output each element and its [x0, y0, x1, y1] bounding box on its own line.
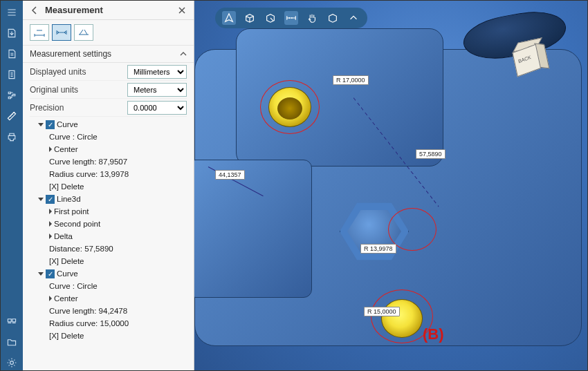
- mode-distance[interactable]: [74, 24, 93, 41]
- expand-icon[interactable]: [49, 146, 52, 152]
- measurement-tree: ✓Curve Curve : Circle Center Curve lengt…: [23, 117, 194, 370]
- settings-body: Displayed units Millimeters Original uni…: [23, 63, 194, 117]
- tree-item[interactable]: First point: [54, 207, 89, 216]
- measurement-label[interactable]: R 17,0000: [333, 75, 369, 85]
- measurement-label[interactable]: R 15,0000: [364, 307, 400, 316]
- bore-inner: [277, 97, 302, 120]
- tree-item: Radius curve: 13,9978: [49, 170, 129, 178]
- tree-item[interactable]: Curve : Circle: [49, 282, 98, 290]
- delete-action[interactable]: [X] Delete: [49, 257, 84, 265]
- bore-hole: [381, 299, 423, 338]
- tree-item: Distance: 57,5890: [49, 245, 113, 253]
- tree-item[interactable]: Line3d: [57, 195, 81, 203]
- original-units-label: Original units: [30, 85, 127, 95]
- close-icon[interactable]: [177, 6, 187, 15]
- displayed-units-label: Displayed units: [30, 67, 127, 77]
- tree-icon[interactable]: [4, 88, 19, 103]
- document-icon[interactable]: [4, 46, 19, 61]
- original-units-select[interactable]: Meters: [127, 83, 187, 97]
- tool-cube[interactable]: [326, 11, 340, 25]
- tree-item: Radius curve: 15,0000: [49, 319, 129, 327]
- tree-item[interactable]: Center: [54, 145, 78, 153]
- tree-item[interactable]: Curve : Circle: [49, 133, 98, 141]
- expand-icon[interactable]: [49, 221, 52, 227]
- checkbox[interactable]: ✓: [46, 269, 55, 278]
- measurement-panel: Measurement Measurement settings Display…: [23, 1, 194, 370]
- precision-select[interactable]: 0.0000: [127, 101, 187, 115]
- measurement-label[interactable]: R 13,9978: [360, 244, 396, 254]
- tool-hand[interactable]: [305, 11, 319, 25]
- measurement-label[interactable]: 57,5890: [416, 149, 445, 159]
- tree-item: Curve length: 94,2478: [49, 307, 127, 315]
- delete-action[interactable]: [X] Delete: [49, 182, 84, 191]
- measurement-label[interactable]: 44,1357: [215, 170, 245, 180]
- tool-navigate[interactable]: [222, 11, 236, 25]
- back-icon[interactable]: [30, 6, 39, 15]
- expand-icon[interactable]: [49, 234, 52, 239]
- tree-item: Curve length: 87,9507: [49, 158, 127, 166]
- settings-icon[interactable]: [4, 355, 19, 370]
- left-rail: [1, 1, 23, 370]
- precision-label: Precision: [30, 103, 127, 113]
- expand-icon[interactable]: [38, 123, 44, 126]
- views-icon[interactable]: [4, 314, 19, 329]
- expand-icon[interactable]: [38, 198, 44, 201]
- print-icon[interactable]: [4, 129, 19, 144]
- checkbox[interactable]: ✓: [46, 120, 55, 129]
- delete-action[interactable]: [X] Delete: [49, 332, 84, 340]
- panel-title: Measurement: [45, 5, 172, 15]
- page-icon[interactable]: [4, 67, 19, 82]
- tree-item[interactable]: Curve: [57, 120, 78, 129]
- tool-chevron-up[interactable]: [347, 11, 360, 25]
- displayed-units-select[interactable]: Millimeters: [127, 65, 187, 79]
- expand-icon[interactable]: [38, 272, 44, 276]
- tree-item[interactable]: Second point: [54, 220, 100, 228]
- expand-icon[interactable]: [49, 209, 52, 214]
- tool-box[interactable]: [243, 11, 257, 25]
- folder-icon[interactable]: [4, 334, 19, 350]
- settings-header[interactable]: Measurement settings: [23, 46, 194, 63]
- import-icon[interactable]: [4, 26, 19, 41]
- settings-label: Measurement settings: [30, 49, 180, 59]
- chevron-up-icon: [180, 50, 187, 57]
- panel-header: Measurement: [23, 1, 194, 20]
- measure-icon[interactable]: [4, 108, 19, 124]
- checkbox[interactable]: ✓: [46, 195, 55, 204]
- tool-ruler[interactable]: [284, 11, 298, 25]
- mode-dimension[interactable]: [52, 24, 71, 41]
- tree-item[interactable]: Center: [54, 294, 78, 303]
- viewport-toolbar: [215, 8, 367, 28]
- tool-box-sel[interactable]: [264, 11, 277, 25]
- part-marking: (B): [423, 325, 444, 343]
- measure-mode-row: [23, 20, 194, 46]
- navigation-cube[interactable]: BACK: [508, 39, 549, 79]
- tree-item[interactable]: Delta: [54, 232, 73, 240]
- expand-icon[interactable]: [49, 296, 52, 301]
- 3d-viewport[interactable]: (B) R 17,0000 57,5890 44,1357 R 13,9978 …: [194, 1, 587, 370]
- tree-item[interactable]: Curve: [57, 269, 78, 278]
- mode-point-to-point[interactable]: [30, 24, 49, 41]
- svg-point-0: [10, 361, 14, 365]
- menu-icon[interactable]: [4, 5, 19, 20]
